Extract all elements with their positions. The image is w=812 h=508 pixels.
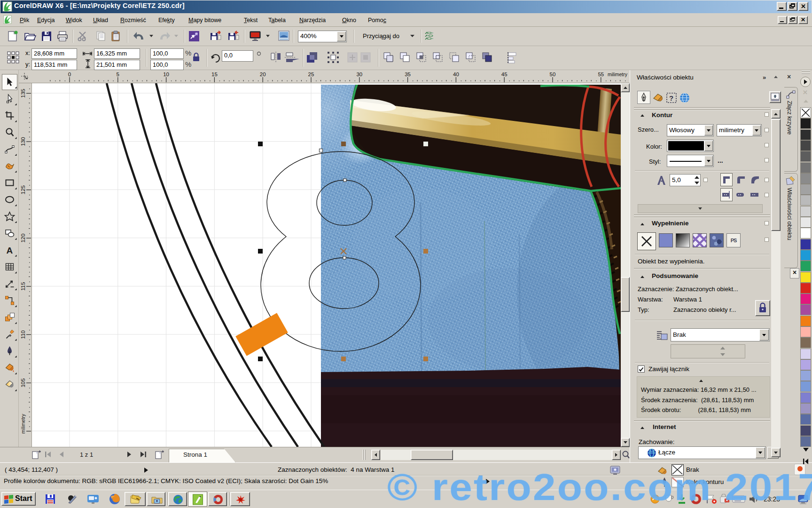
svg-text:A: A [7, 246, 13, 255]
svg-text:125: 125 [20, 185, 26, 194]
svg-text:115: 115 [20, 282, 26, 291]
svg-text:105: 105 [20, 378, 26, 387]
svg-text:130: 130 [20, 137, 26, 146]
svg-text:10: 10 [163, 71, 169, 77]
svg-text:0: 0 [68, 71, 71, 77]
svg-text:5: 5 [117, 71, 119, 77]
svg-text:30: 30 [356, 71, 362, 77]
svg-text:55: 55 [598, 71, 604, 77]
svg-text:milimetry: milimetry [20, 413, 26, 434]
svg-text:25: 25 [308, 71, 314, 77]
svg-text:20: 20 [260, 71, 266, 77]
svg-text:%: % [185, 60, 191, 68]
svg-text:x:: x: [25, 49, 30, 56]
svg-text:?: ? [669, 94, 673, 102]
svg-text:milimetry: milimetry [608, 71, 628, 77]
svg-text:110: 110 [20, 330, 26, 339]
svg-text:50: 50 [550, 71, 556, 77]
svg-text:120: 120 [20, 234, 26, 243]
svg-text:45: 45 [501, 71, 508, 77]
svg-text:15: 15 [211, 71, 218, 77]
svg-text:135: 135 [20, 89, 26, 98]
svg-text:y:: y: [25, 61, 30, 68]
svg-text:40: 40 [453, 71, 459, 77]
svg-text:%: % [185, 49, 191, 57]
svg-text:35: 35 [405, 71, 411, 77]
